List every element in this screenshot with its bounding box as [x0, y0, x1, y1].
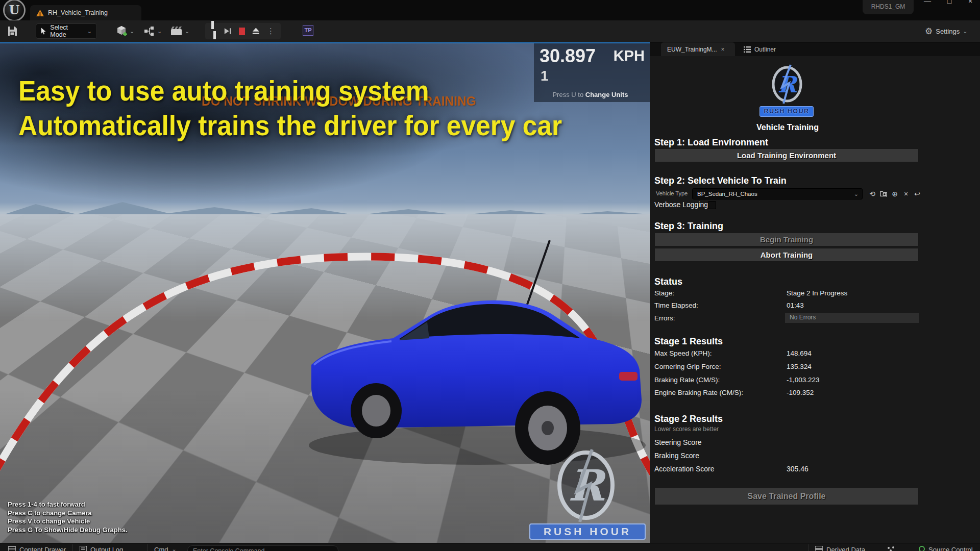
rush-hour-panel-wordmark: RUSH HOUR — [760, 106, 814, 117]
cmd-button[interactable]: Cmd ⌄ — [154, 546, 177, 551]
dropdown-chevron-icon: ⌄ — [854, 189, 859, 199]
rush-hour-watermark-wordmark: RUSH HOUR — [529, 523, 646, 540]
abort-training-button[interactable]: Abort Training — [654, 248, 919, 262]
derived-data-icon — [815, 546, 823, 551]
pick-asset-icon[interactable]: ⊕ — [890, 189, 899, 198]
begin-training-button[interactable]: Begin Training — [654, 233, 919, 246]
cinematics-icon[interactable] — [170, 26, 183, 37]
clear-asset-icon[interactable]: × — [901, 189, 911, 198]
speed-value: 30.897 — [540, 45, 596, 67]
browse-to-asset-icon[interactable] — [879, 189, 888, 198]
step2-heading: Step 2: Select Vehicle To Train — [654, 176, 787, 186]
settings-label: Settings — [936, 28, 960, 35]
title-bar: U RH_Vehicle_Training RHDS1_GM — □ × — [0, 0, 980, 20]
stage1-heading: Stage 1 Results — [654, 336, 723, 347]
multi-user-icon[interactable] — [887, 546, 896, 551]
close-icon: × — [968, 0, 972, 5]
panel-title: Vehicle Training — [650, 123, 925, 132]
panel-tab-bar: EUW_TrainingM... × Outliner — [650, 42, 980, 56]
units-hint: Press U to Change Units — [534, 91, 647, 98]
vehicle-type-dropdown[interactable]: BP_Sedan_RH_Chaos ⌄ — [692, 188, 863, 199]
step3-heading: Step 3: Training — [654, 221, 723, 232]
stage2-note: Lower scores are better — [654, 425, 719, 433]
use-selected-asset-icon[interactable]: ⟲ — [868, 189, 877, 198]
blueprints-chevron-icon[interactable]: ⌄ — [157, 28, 162, 35]
chevron-down-icon: ⌄ — [87, 28, 92, 35]
settings-chevron-icon: ⌄ — [963, 28, 967, 35]
source-control-button[interactable]: Source Control — [919, 546, 973, 551]
console-command-input[interactable] — [187, 545, 338, 551]
vehicle-type-label: Vehicle Type — [656, 190, 688, 196]
stage2-row: Acceleration Score305.46 — [654, 465, 920, 473]
3d-viewport[interactable]: DO NOT SHRINK WINDOW DURING TRAINING Eas… — [0, 42, 650, 543]
project-badge: RHDS1_GM — [863, 0, 914, 14]
save-icon[interactable] — [7, 26, 17, 37]
stage1-row: Braking Rate (CM/S):-1,003.223 — [654, 376, 920, 384]
reset-to-default-icon[interactable]: ↩ — [913, 189, 922, 198]
viewport-help-text: Press 1-4 to fast forward Press C to cha… — [8, 500, 128, 534]
cursor-icon — [41, 28, 46, 35]
verbose-logging-label: Verbose Logging — [654, 201, 708, 209]
status-row-errors: Errors: No Errors — [654, 314, 920, 322]
minimize-button[interactable]: — — [920, 0, 935, 6]
step-forward-button[interactable] — [224, 27, 232, 35]
unreal-engine-logo-icon: U — [3, 0, 26, 21]
source-control-status-icon — [919, 546, 925, 551]
cinematics-chevron-icon[interactable]: ⌄ — [185, 28, 189, 35]
add-actor-icon[interactable] — [116, 25, 129, 37]
status-bar: Content Drawer Output Log Cmd ⌄ Derived … — [0, 543, 980, 551]
select-mode-label: Select Mode — [50, 24, 83, 38]
rush-hour-watermark-logo: R — [556, 448, 616, 523]
gear-value: 1 — [541, 68, 549, 84]
eject-button[interactable] — [252, 27, 260, 35]
status-row-time: Time Elapsed: 01:43 — [654, 302, 920, 309]
help-line: Press V to change Vehicle — [8, 517, 128, 526]
stage1-row: Cornering Grip Force:135.324 — [654, 363, 920, 370]
speed-unit: KPH — [614, 47, 645, 64]
settings-button[interactable]: ⚙ Settings ⌄ — [925, 26, 967, 37]
playback-more-icon[interactable]: ⋮ — [267, 27, 275, 36]
help-line: Press G To Show/Hide Debug Graphs. — [8, 526, 128, 535]
output-log-icon — [80, 546, 87, 551]
errors-field: No Errors — [785, 313, 919, 323]
stage2-row: Braking Score — [654, 452, 920, 460]
stop-button[interactable] — [239, 28, 245, 35]
blueprints-icon[interactable] — [144, 26, 155, 36]
overlay-headline-1: Easy to use auto training system — [18, 74, 429, 107]
overlay-headline-2: Automatically trains the driver for ever… — [18, 109, 562, 142]
close-button[interactable]: × — [963, 0, 978, 6]
select-mode-dropdown[interactable]: Select Mode ⌄ — [36, 23, 97, 39]
status-heading: Status — [654, 277, 682, 287]
add-actor-chevron-icon[interactable]: ⌄ — [130, 28, 134, 35]
training-panel: EUW_TrainingM... × Outliner R RUSH HOUR … — [650, 42, 980, 551]
asset-tab-label: RH_Vehicle_Training — [48, 9, 108, 16]
pause-button[interactable] — [211, 21, 217, 41]
asset-tab-rh-vehicle-training[interactable]: RH_Vehicle_Training — [30, 5, 141, 20]
minimize-icon: — — [924, 0, 931, 5]
status-row-stage: Stage: Stage 2 In Progress — [654, 289, 920, 297]
help-line: Press C to change Camera — [8, 509, 128, 518]
stage2-row: Steering Score — [654, 438, 920, 446]
trace-platform-icon[interactable]: TP — [303, 25, 313, 36]
tab-euw-trainingmanager[interactable]: EUW_TrainingM... × — [661, 42, 735, 56]
content-drawer-button[interactable]: Content Drawer — [8, 546, 66, 551]
save-trained-profile-button[interactable]: Save Trained Profile — [654, 488, 919, 505]
maximize-icon: □ — [947, 0, 951, 5]
derived-data-button[interactable]: Derived Data — [815, 546, 865, 551]
verbose-logging-checkbox[interactable] — [708, 201, 716, 209]
tab-outliner[interactable]: Outliner — [740, 42, 780, 56]
output-log-button[interactable]: Output Log — [80, 546, 123, 551]
load-environment-button[interactable]: Load Training Environment — [654, 148, 919, 162]
tab-close-icon[interactable]: × — [721, 46, 725, 53]
help-line: Press 1-4 to fast forward — [8, 500, 128, 509]
step1-heading: Step 1: Load Environment — [654, 137, 768, 148]
outliner-icon — [744, 46, 751, 53]
asset-tab-icon — [36, 10, 44, 16]
stage1-row: Max Speed (KPH):148.694 — [654, 349, 920, 357]
stage2-heading: Stage 2 Results — [654, 414, 723, 424]
maximize-button[interactable]: □ — [942, 0, 957, 6]
content-drawer-icon — [8, 546, 16, 551]
rush-hour-panel-logo: R — [769, 64, 805, 105]
main-toolbar: Select Mode ⌄ ⌄ ⌄ ⌄ ⋮ TP ⚙ Settings ⌄ — [0, 20, 980, 42]
speed-hud: 30.897 KPH 1 Press U to Change Units — [534, 43, 650, 102]
